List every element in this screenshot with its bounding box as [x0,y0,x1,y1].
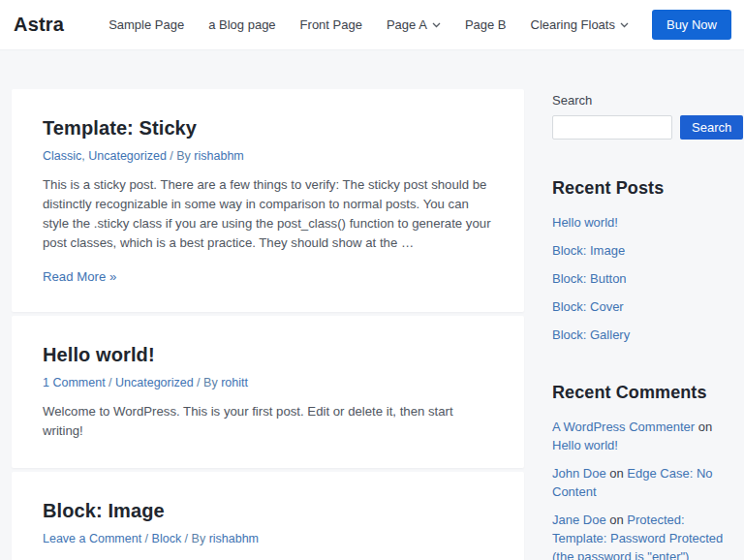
post-meta: Classic, Uncategorized / By rishabhm [43,149,493,163]
post-meta-link[interactable]: Block [152,532,182,545]
recent-comment-item: John Doe on Edge Case: No Content [552,464,731,501]
post-meta-separator: / By [181,532,208,545]
recent-post-item: Block: Cover [552,297,731,316]
recent-post-item: Hello world! [552,213,731,232]
post-title[interactable]: Block: Image [43,500,493,522]
posts-column: Template: StickyClassic, Uncategorized /… [12,89,524,560]
nav-item-sample-page[interactable]: Sample Page [108,17,184,32]
nav-item-page-a[interactable]: Page A [387,17,441,32]
comment-author-link[interactable]: A WordPress Commenter [552,420,695,434]
post-meta-separator: / [106,376,115,389]
post-meta-link[interactable]: rishabhm [209,532,259,545]
recent-posts-widget: Recent Posts Hello world!Block: ImageBlo… [552,178,731,344]
recent-posts-title: Recent Posts [552,178,731,199]
comment-post-link[interactable]: Hello world! [552,438,618,452]
post-title[interactable]: Template: Sticky [43,117,493,140]
recent-comment-item: Jane Doe on Protected: Template: Passwor… [552,511,731,560]
recent-posts-list: Hello world!Block: ImageBlock: ButtonBlo… [552,213,731,344]
site-logo[interactable]: Astra [14,14,64,36]
recent-post-link[interactable]: Block: Image [552,243,625,258]
recent-comments-title: Recent Comments [552,383,731,403]
post-meta: Leave a Comment / Block / By rishabhm [43,532,493,545]
post-meta: 1 Comment / Uncategorized / By rohitt [43,376,493,389]
post-card: Block: ImageLeave a Comment / Block / By… [12,472,524,560]
comment-author-link[interactable]: John Doe [552,466,606,481]
recent-post-item: Block: Image [552,241,731,260]
post-title[interactable]: Hello world! [43,344,493,366]
post-meta-separator: / By [167,149,194,163]
post-meta-link[interactable]: Uncategorized [88,149,167,163]
recent-post-item: Block: Gallery [552,326,731,344]
recent-post-link[interactable]: Block: Gallery [552,327,630,342]
nav-item-a-blog-page[interactable]: a Blog page [208,17,275,32]
nav-item-clearing-floats[interactable]: Clearing Floats [531,17,629,32]
recent-post-item: Block: Button [552,269,731,288]
comment-connector: on [606,466,628,481]
post-meta-link[interactable]: Classic [43,149,81,163]
recent-post-link[interactable]: Hello world! [552,215,618,230]
sidebar: Search Search Recent Posts Hello world!B… [552,89,731,560]
search-widget: Search Search [552,93,731,140]
post-excerpt: This is a sticky post. There are a few t… [43,175,493,253]
search-widget-title: Search [552,93,731,108]
comment-connector: on [606,513,628,527]
post-meta-separator: / By [194,376,221,389]
recent-comments-list: A WordPress Commenter on Hello world!Joh… [552,418,731,560]
post-meta-separator: / [141,532,151,545]
post-meta-link[interactable]: Uncategorized [115,376,194,389]
comment-connector: on [695,420,712,434]
recent-post-link[interactable]: Block: Button [552,271,627,286]
recent-comment-item: A WordPress Commenter on Hello world! [552,418,731,454]
comment-author-link[interactable]: Jane Doe [552,513,606,527]
main-nav: Sample Pagea Blog pageFront PagePage APa… [108,17,629,32]
site-header: Astra Sample Pagea Blog pageFront PagePa… [0,0,744,50]
read-more-link[interactable]: Read More » [43,269,116,284]
page-content: Template: StickyClassic, Uncategorized /… [0,50,744,560]
post-meta-link[interactable]: Leave a Comment [43,532,141,545]
buy-now-button[interactable]: Buy Now [652,10,731,40]
search-button[interactable]: Search [680,115,743,140]
nav-item-front-page[interactable]: Front Page [300,17,362,32]
post-meta-link[interactable]: 1 Comment [43,376,106,389]
chevron-down-icon [620,22,629,28]
chevron-down-icon [432,22,441,28]
post-meta-link[interactable]: rohitt [221,376,248,389]
post-card: Hello world!1 Comment / Uncategorized / … [12,316,524,468]
post-card: Template: StickyClassic, Uncategorized /… [12,89,524,312]
post-excerpt: Welcome to WordPress. This is your first… [43,402,493,441]
post-meta-link[interactable]: rishabhm [194,149,243,163]
recent-comments-widget: Recent Comments A WordPress Commenter on… [552,383,731,560]
nav-item-page-b[interactable]: Page B [465,17,507,32]
recent-post-link[interactable]: Block: Cover [552,299,624,314]
search-input[interactable] [552,115,672,140]
